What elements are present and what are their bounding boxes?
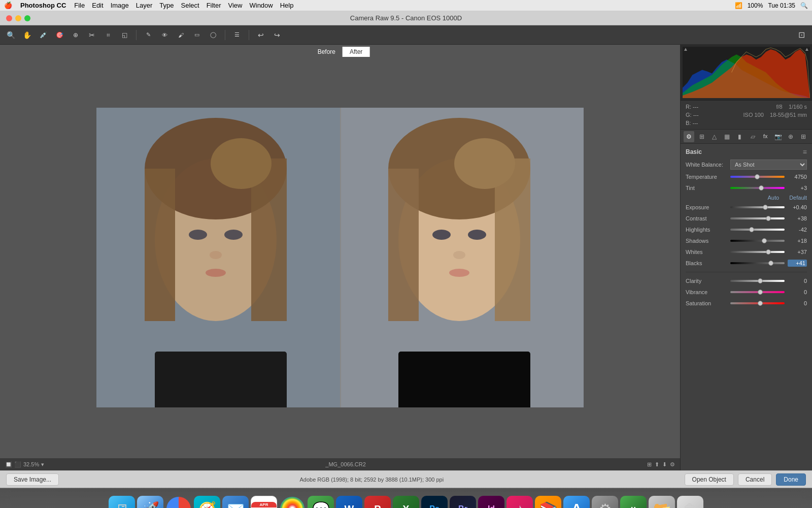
dock-item-calendar[interactable]: APR19 xyxy=(251,496,277,508)
panel-tab-curves[interactable]: △ xyxy=(709,131,720,142)
save-image-button[interactable]: Save Image... xyxy=(6,473,59,486)
panel-tab-split[interactable]: ▱ xyxy=(747,131,758,142)
radial-filter[interactable]: ◯ xyxy=(207,28,220,42)
dock-item-ppt[interactable]: P xyxy=(364,496,391,508)
exposure-slider[interactable] xyxy=(730,203,785,211)
view-icon-2[interactable]: ⬆ xyxy=(655,461,659,468)
menu-view[interactable]: View xyxy=(228,2,243,9)
panel-tab-lens[interactable]: ⊕ xyxy=(786,131,796,142)
dock-item-word[interactable]: W xyxy=(336,496,362,508)
default-button[interactable]: Default xyxy=(789,195,807,201)
zoom-dropdown[interactable]: ▾ xyxy=(41,461,44,468)
dock-item-safari[interactable]: 🧭 xyxy=(194,496,220,508)
straighten-tool[interactable]: ⌗ xyxy=(101,28,115,42)
dock-item-finder[interactable]: 🖥 xyxy=(109,496,135,508)
open-object-button[interactable]: Open Object xyxy=(685,473,734,486)
panel-tab-grid[interactable]: ⊞ xyxy=(696,131,707,142)
settings-icon[interactable]: ⚙ xyxy=(670,461,675,468)
dock-item-excel[interactable]: X xyxy=(393,496,419,508)
shadows-row: Shadows +18 xyxy=(681,235,812,246)
hand-tool[interactable]: ✋ xyxy=(20,28,33,42)
red-eye-tool[interactable]: 👁 xyxy=(158,28,171,42)
clarity-slider[interactable] xyxy=(730,277,785,285)
white-balance-row: White Balance: As Shot Auto Daylight Clo… xyxy=(681,158,812,171)
status-text: Adobe RGB (1998); 8 bit; 2592 by 3888 (1… xyxy=(63,477,681,483)
menu-edit[interactable]: Edit xyxy=(92,2,103,9)
menu-help[interactable]: Help xyxy=(280,2,294,9)
vibrance-slider[interactable] xyxy=(730,288,785,296)
menu-image[interactable]: Image xyxy=(111,2,129,9)
undo-tool[interactable]: ↩ xyxy=(254,28,267,42)
toolbar-separator-1 xyxy=(136,30,137,40)
panel-tab-presets[interactable]: ⊞ xyxy=(798,131,809,142)
temperature-row: Temperature 4750 xyxy=(681,171,812,182)
cancel-button[interactable]: Cancel xyxy=(738,473,772,486)
contrast-slider[interactable] xyxy=(730,214,785,223)
eyedropper-tool[interactable]: 💉 xyxy=(37,28,50,42)
maximize-button[interactable] xyxy=(24,15,30,21)
dock-item-chrome[interactable] xyxy=(166,497,191,508)
crop-tool[interactable]: ✂ xyxy=(85,28,98,42)
auto-button[interactable]: Auto xyxy=(768,195,780,201)
close-button[interactable] xyxy=(6,15,12,21)
dock-item-photos[interactable] xyxy=(280,497,304,508)
after-tab[interactable]: After xyxy=(343,47,369,57)
panel-tab-hsl[interactable]: ▮ xyxy=(734,131,745,142)
dock-item-itunes[interactable]: ♪ xyxy=(506,496,533,508)
panel-tab-camera[interactable]: 📷 xyxy=(773,131,784,142)
search-icon[interactable]: 🔍 xyxy=(800,2,808,9)
saturation-value: 0 xyxy=(788,300,807,306)
dock-item-finder2[interactable]: 📂 xyxy=(649,496,675,508)
clarity-value: 0 xyxy=(788,278,807,284)
panel-tab-basic[interactable]: ⚙ xyxy=(684,131,694,142)
brush-tool[interactable]: 🖌 xyxy=(174,28,187,42)
dock-item-ibooks[interactable]: 📚 xyxy=(535,496,561,508)
dock-item-bridge[interactable]: Br xyxy=(450,496,476,508)
menu-layer[interactable]: Layer xyxy=(136,2,153,9)
dock-item-utorrent[interactable]: µ xyxy=(620,496,647,508)
menu-window[interactable]: Window xyxy=(249,2,273,9)
dock-item-mail[interactable]: ✉️ xyxy=(222,496,249,508)
saturation-slider[interactable] xyxy=(730,299,785,307)
histogram-expand-left[interactable]: ▲ xyxy=(683,46,688,52)
menu-filter[interactable]: Filter xyxy=(207,2,221,9)
redo-tool[interactable]: ↪ xyxy=(270,28,284,42)
view-icon-3[interactable]: ⬇ xyxy=(662,461,667,468)
spot-heal-tool[interactable]: ✎ xyxy=(142,28,155,42)
panel-menu-icon[interactable]: ≡ xyxy=(803,148,807,156)
tint-slider[interactable] xyxy=(730,184,785,192)
whites-slider[interactable] xyxy=(730,248,785,256)
dock-item-messages[interactable]: 💬 xyxy=(308,496,334,508)
zoom-icon-2: ⬛ xyxy=(14,461,21,468)
minimize-button[interactable] xyxy=(15,15,21,21)
zoom-tool[interactable]: 🔍 xyxy=(4,28,17,42)
target-tool[interactable]: ⊕ xyxy=(69,28,82,42)
menu-file[interactable]: File xyxy=(74,2,85,9)
dock-item-id[interactable]: Id xyxy=(478,496,504,508)
dock-item-rocket[interactable]: 🚀 xyxy=(137,496,163,508)
dock-item-appstore[interactable]: A xyxy=(563,496,590,508)
histogram-expand-right[interactable]: ▲ xyxy=(804,46,809,52)
dock-item-syspref[interactable]: ⚙ xyxy=(592,496,618,508)
list-tool[interactable]: ☰ xyxy=(230,28,244,42)
view-icon-1[interactable]: ⊞ xyxy=(647,461,652,468)
before-tab[interactable]: Before xyxy=(311,47,343,57)
white-balance-select[interactable]: As Shot Auto Daylight Cloudy Shade Tungs… xyxy=(730,160,807,170)
menu-select[interactable]: Select xyxy=(181,2,199,9)
contrast-value: +38 xyxy=(788,215,807,221)
panel-tab-fx[interactable]: fx xyxy=(760,131,771,142)
panel-tab-detail[interactable]: ▦ xyxy=(722,131,732,142)
transform-tool[interactable]: ◱ xyxy=(118,28,131,42)
shadows-slider[interactable] xyxy=(730,237,785,245)
highlights-slider[interactable] xyxy=(730,226,785,234)
blacks-slider[interactable] xyxy=(730,259,785,267)
color-sampler-tool[interactable]: 🎯 xyxy=(53,28,66,42)
temperature-slider[interactable] xyxy=(730,173,785,181)
apple-menu[interactable]: 🍎 xyxy=(4,2,12,9)
menu-type[interactable]: Type xyxy=(159,2,174,9)
dock-item-ps[interactable]: Ps xyxy=(421,496,448,508)
dock-item-trash[interactable]: 🗑 xyxy=(677,496,703,508)
done-button[interactable]: Done xyxy=(776,473,806,486)
fullscreen-tool[interactable]: ⊡ xyxy=(795,28,808,42)
graduated-filter[interactable]: ▭ xyxy=(190,28,204,42)
